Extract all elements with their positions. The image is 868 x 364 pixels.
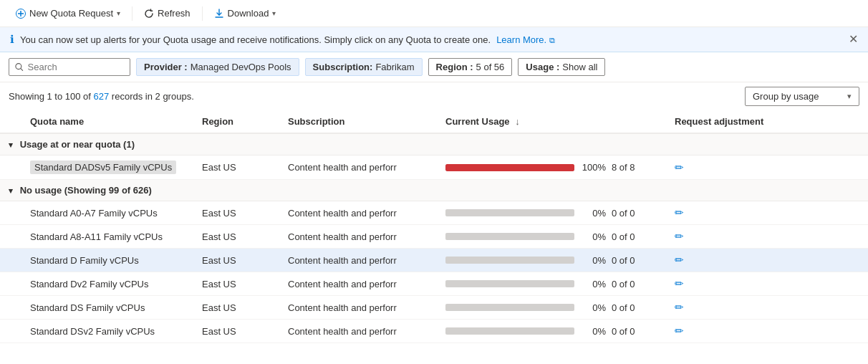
progress-cell: 100% 8 of 8 xyxy=(445,162,657,173)
row-expand-col xyxy=(0,320,21,343)
col-current-usage[interactable]: Current Usage ↓ xyxy=(437,110,666,133)
quota-name-text: Standard A0-A7 Family vCPUs xyxy=(30,208,158,219)
progress-bar-bg xyxy=(445,257,574,264)
alert-bar: ℹ You can now set up alerts for your Quo… xyxy=(0,27,868,52)
quota-name-cell: Standard DSv2 Family vCPUs xyxy=(21,320,193,343)
usage-cell: 0% 0 of 0 xyxy=(437,201,666,225)
progress-pct: 0% xyxy=(580,279,606,289)
usage-filter-chip[interactable]: Usage : Show all xyxy=(518,58,605,76)
new-quota-chevron: ▾ xyxy=(117,9,120,17)
filter-row: Provider : Managed DevOps Pools Subscrip… xyxy=(0,52,868,82)
toolbar: New Quota Request ▾ Refresh Download ▾ xyxy=(0,0,868,27)
progress-count: 0 of 0 xyxy=(612,326,635,337)
group-label: Usage at or near quota (1) xyxy=(20,139,135,150)
progress-pct: 100% xyxy=(580,162,606,173)
search-box[interactable] xyxy=(9,58,130,76)
subscription-cell: Content health and perforr xyxy=(279,155,437,180)
progress-bar-fill xyxy=(445,164,574,171)
refresh-button[interactable]: Refresh xyxy=(137,4,198,22)
edit-icon[interactable]: ✏ xyxy=(675,325,684,337)
col-region: Region xyxy=(193,110,279,133)
row-expand-col xyxy=(0,272,21,296)
request-adj-cell: ✏ xyxy=(666,155,868,180)
edit-icon[interactable]: ✏ xyxy=(675,301,684,313)
row-expand-col xyxy=(0,225,21,249)
group-dropdown[interactable]: Group by usage ▾ xyxy=(745,87,859,106)
refresh-icon xyxy=(144,9,154,19)
edit-icon[interactable]: ✏ xyxy=(675,161,684,173)
progress-cell: 0% 0 of 0 xyxy=(445,255,657,266)
quota-table: Quota name Region Subscription Current U… xyxy=(0,110,868,343)
subscription-cell: Content health and perforr xyxy=(279,296,437,320)
progress-bar-bg xyxy=(445,164,574,171)
table-header: Quota name Region Subscription Current U… xyxy=(0,110,868,133)
request-adj-cell: ✏ xyxy=(666,272,868,296)
progress-bar-bg xyxy=(445,327,574,335)
table-container: Quota name Region Subscription Current U… xyxy=(0,110,868,343)
progress-pct: 0% xyxy=(580,231,606,242)
edit-icon[interactable]: ✏ xyxy=(675,230,684,242)
table-row[interactable]: Standard A0-A7 Family vCPUs East US Cont… xyxy=(0,201,868,225)
search-icon xyxy=(15,62,24,72)
subscription-value: Fabrikam xyxy=(375,62,414,72)
table-row[interactable]: Standard DADSv5 Family vCPUs East US Con… xyxy=(0,155,868,180)
edit-icon[interactable]: ✏ xyxy=(675,254,684,266)
alert-close-button[interactable]: ✕ xyxy=(849,34,858,45)
search-input[interactable] xyxy=(28,62,125,72)
progress-count: 8 of 8 xyxy=(612,162,635,173)
progress-cell: 0% 0 of 0 xyxy=(445,231,657,242)
toolbar-divider-1 xyxy=(132,6,132,21)
progress-count: 0 of 0 xyxy=(612,279,635,289)
quota-name-cell: Standard DADSv5 Family vCPUs xyxy=(21,155,193,180)
group-header-row[interactable]: ▾ No usage (Showing 99 of 626) xyxy=(0,180,868,201)
progress-pct: 0% xyxy=(580,255,606,266)
usage-cell: 100% 8 of 8 xyxy=(437,155,666,180)
progress-cell: 0% 0 of 0 xyxy=(445,279,657,289)
subscription-label: Subscription: xyxy=(313,62,373,72)
provider-filter-chip[interactable]: Provider : Managed DevOps Pools xyxy=(136,58,299,76)
table-row[interactable]: Standard A8-A11 Family vCPUs East US Con… xyxy=(0,225,868,249)
edit-icon[interactable]: ✏ xyxy=(675,206,684,219)
group-dropdown-label: Group by usage xyxy=(753,91,819,102)
download-icon xyxy=(214,9,224,19)
quota-name-text: Standard DS Family vCPUs xyxy=(30,302,145,313)
table-row[interactable]: Standard DSv2 Family vCPUs East US Conte… xyxy=(0,320,868,343)
edit-icon[interactable]: ✏ xyxy=(675,277,684,289)
download-chevron: ▾ xyxy=(272,9,276,17)
region-filter-chip[interactable]: Region : 5 of 56 xyxy=(428,58,513,76)
subscription-cell: Content health and perforr xyxy=(279,320,437,343)
toolbar-divider-2 xyxy=(202,6,203,21)
table-row[interactable]: Standard Dv2 Family vCPUs East US Conten… xyxy=(0,272,868,296)
progress-count: 0 of 0 xyxy=(612,208,635,219)
region-cell: East US xyxy=(193,296,279,320)
row-expand-col xyxy=(0,249,21,272)
progress-cell: 0% 0 of 0 xyxy=(445,302,657,313)
region-value: 5 of 56 xyxy=(476,62,505,72)
download-button[interactable]: Download ▾ xyxy=(207,4,284,22)
quota-name-cell: Standard D Family vCPUs xyxy=(21,249,193,272)
region-cell: East US xyxy=(193,201,279,225)
alert-learn-more-link[interactable]: Learn More. ⧉ xyxy=(496,34,555,45)
provider-value: Managed DevOps Pools xyxy=(191,62,291,72)
new-quota-button[interactable]: New Quota Request ▾ xyxy=(9,4,127,22)
group-header-row[interactable]: ▾ Usage at or near quota (1) xyxy=(0,133,868,155)
usage-cell: 0% 0 of 0 xyxy=(437,225,666,249)
group-header-cell: ▾ No usage (Showing 99 of 626) xyxy=(0,180,868,201)
region-label: Region : xyxy=(436,62,473,72)
quota-name-cell: Standard DS Family vCPUs xyxy=(21,296,193,320)
region-cell: East US xyxy=(193,225,279,249)
table-row[interactable]: Standard DS Family vCPUs East US Content… xyxy=(0,296,868,320)
chevron-down-icon: ▾ xyxy=(9,140,13,149)
quota-name-text: Standard D Family vCPUs xyxy=(30,255,139,266)
alert-link-text: Learn More. xyxy=(496,34,546,45)
col-subscription: Subscription xyxy=(279,110,437,133)
region-cell: East US xyxy=(193,249,279,272)
sort-arrow: ↓ xyxy=(515,116,520,127)
subscription-filter-chip[interactable]: Subscription: Fabrikam xyxy=(305,58,423,76)
refresh-label: Refresh xyxy=(158,8,191,19)
table-row[interactable]: Standard D Family vCPUs East US Content … xyxy=(0,249,868,272)
group-header-cell: ▾ Usage at or near quota (1) xyxy=(0,133,868,155)
progress-bar-bg xyxy=(445,280,574,287)
alert-text: You can now set up alerts for your Quota… xyxy=(20,34,491,45)
quota-name-chip: Standard DADSv5 Family vCPUs xyxy=(30,161,176,174)
